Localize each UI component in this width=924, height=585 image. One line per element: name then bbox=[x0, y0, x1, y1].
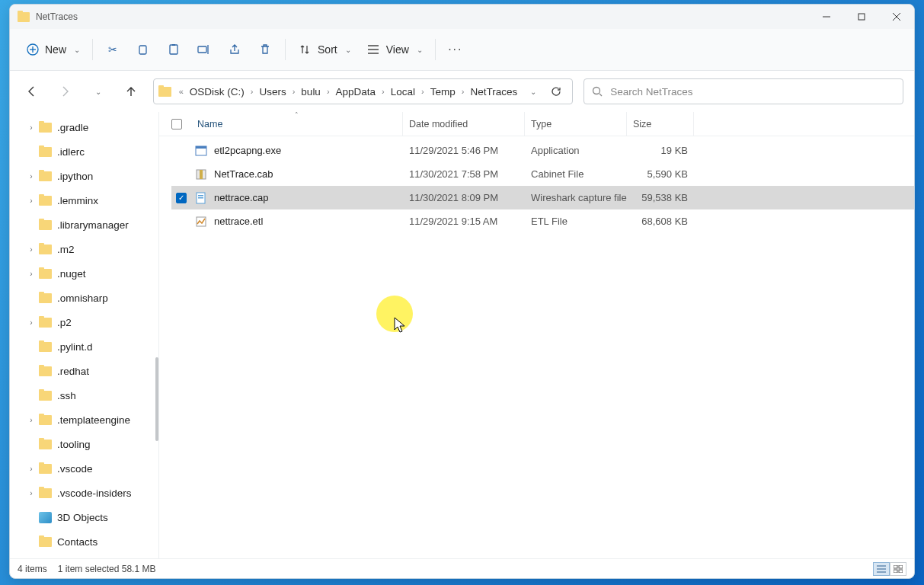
sidebar-item[interactable]: ›.ipython bbox=[10, 164, 158, 188]
new-button[interactable]: New ⌄ bbox=[19, 36, 88, 63]
maximize-button[interactable] bbox=[844, 5, 879, 29]
folder-icon bbox=[39, 123, 52, 133]
file-row[interactable]: nettrace.etl11/29/2021 9:15 AMETL File68… bbox=[171, 209, 914, 233]
column-date[interactable]: Date modified bbox=[403, 112, 525, 136]
expand-icon[interactable]: › bbox=[24, 465, 39, 473]
svg-rect-7 bbox=[139, 46, 146, 54]
up-button[interactable] bbox=[120, 79, 142, 104]
breadcrumb-item[interactable]: bulu bbox=[296, 86, 325, 98]
expand-icon[interactable]: › bbox=[24, 123, 39, 132]
forward-button[interactable] bbox=[53, 79, 75, 104]
sidebar-item[interactable]: ›.gradle bbox=[10, 115, 158, 139]
explorer-window: NetTraces New ⌄ ✂ Sort ⌄ View ⌄ ··· bbox=[9, 4, 915, 579]
back-button[interactable] bbox=[21, 79, 43, 104]
breadcrumb-item[interactable]: NetTraces bbox=[465, 86, 522, 98]
chevron-down-icon: ⌄ bbox=[95, 88, 101, 96]
share-button[interactable] bbox=[219, 36, 250, 63]
selection-info: 1 item selected 58.1 MB bbox=[58, 564, 156, 574]
delete-button[interactable] bbox=[250, 36, 280, 63]
cab-file-icon bbox=[194, 168, 207, 181]
expand-icon[interactable]: › bbox=[24, 270, 39, 278]
copy-icon bbox=[136, 43, 150, 56]
sidebar-item[interactable]: ›.vscode-insiders bbox=[10, 481, 158, 505]
expand-icon[interactable]: › bbox=[24, 172, 39, 181]
file-date: 11/29/2021 5:46 PM bbox=[403, 145, 525, 156]
svg-rect-18 bbox=[196, 146, 206, 149]
cube-icon bbox=[39, 512, 52, 523]
scrollbar-thumb[interactable] bbox=[155, 357, 158, 441]
file-name: NetTrace.cab bbox=[214, 168, 273, 180]
folder-icon bbox=[39, 440, 52, 449]
thumbnails-view-button[interactable] bbox=[890, 562, 906, 576]
breadcrumb-item[interactable]: AppData bbox=[331, 86, 381, 98]
body: ›.gradle›.idlerc›.ipython›.lemminx›.libr… bbox=[10, 112, 914, 558]
sidebar-item[interactable]: ›.p2 bbox=[10, 310, 158, 334]
file-type: ETL File bbox=[525, 216, 627, 227]
sidebar-item[interactable]: ›.m2 bbox=[10, 237, 158, 261]
copy-button[interactable] bbox=[128, 36, 158, 63]
item-count: 4 items bbox=[18, 564, 47, 574]
sidebar-item-label: .librarymanager bbox=[57, 219, 129, 231]
details-view-button[interactable] bbox=[873, 562, 890, 576]
cut-button[interactable]: ✂ bbox=[98, 36, 128, 63]
minimize-button[interactable] bbox=[809, 5, 844, 29]
column-name[interactable]: Name˄ bbox=[191, 112, 403, 136]
rename-button[interactable] bbox=[189, 36, 219, 63]
refresh-button[interactable] bbox=[545, 80, 568, 103]
grid-icon bbox=[894, 565, 903, 573]
sidebar-item[interactable]: ›.redhat bbox=[10, 359, 158, 383]
breadcrumb-item[interactable]: Temp bbox=[426, 86, 460, 98]
chevron-down-icon: ⌄ bbox=[417, 46, 423, 54]
sidebar-item[interactable]: ›3D Objects bbox=[10, 505, 158, 529]
svg-rect-10 bbox=[198, 46, 206, 53]
sidebar-item[interactable]: ›Contacts bbox=[10, 529, 158, 554]
paste-button[interactable] bbox=[158, 36, 189, 63]
sidebar[interactable]: ›.gradle›.idlerc›.ipython›.lemminx›.libr… bbox=[10, 112, 159, 558]
svg-rect-20 bbox=[200, 170, 203, 179]
sidebar-item[interactable]: ›.ssh bbox=[10, 383, 158, 408]
file-row[interactable]: etl2pcapng.exe11/29/2021 5:46 PMApplicat… bbox=[171, 139, 914, 162]
svg-rect-30 bbox=[894, 570, 897, 573]
close-button[interactable] bbox=[879, 5, 914, 29]
sidebar-item[interactable]: ›.librarymanager bbox=[10, 213, 158, 237]
svg-rect-31 bbox=[899, 570, 903, 573]
view-button[interactable]: View ⌄ bbox=[359, 36, 430, 63]
sidebar-item[interactable]: ›.vscode bbox=[10, 456, 158, 481]
file-row[interactable]: NetTrace.cab11/30/2021 7:58 PMCabinet Fi… bbox=[171, 162, 914, 186]
folder-icon bbox=[39, 147, 52, 157]
breadcrumb-item[interactable]: Local bbox=[386, 86, 420, 98]
sidebar-item[interactable]: ›.omnisharp bbox=[10, 286, 158, 310]
sidebar-item[interactable]: ›.tooling bbox=[10, 432, 158, 456]
expand-icon[interactable]: › bbox=[24, 197, 39, 205]
file-row[interactable]: ✓nettrace.cap11/30/2021 8:09 PMWireshark… bbox=[171, 186, 914, 209]
search-box[interactable] bbox=[583, 78, 903, 104]
sidebar-item[interactable]: ›.idlerc bbox=[10, 139, 158, 164]
file-list[interactable]: etl2pcapng.exe11/29/2021 5:46 PMApplicat… bbox=[159, 136, 914, 558]
sort-button[interactable]: Sort ⌄ bbox=[290, 36, 359, 63]
expand-icon[interactable]: › bbox=[24, 489, 39, 497]
recent-button[interactable]: ⌄ bbox=[87, 79, 109, 104]
view-label: View bbox=[386, 43, 409, 56]
more-button[interactable]: ··· bbox=[440, 36, 471, 63]
expand-icon[interactable]: › bbox=[24, 245, 39, 254]
content-pane: Name˄ Date modified Type Size etl2pcapng… bbox=[159, 112, 914, 558]
sidebar-item[interactable]: ›.templateengine bbox=[10, 408, 158, 432]
breadcrumb-item[interactable]: Users bbox=[254, 86, 290, 98]
column-size[interactable]: Size bbox=[627, 112, 694, 136]
expand-icon[interactable]: › bbox=[24, 318, 39, 327]
breadcrumb-item[interactable]: OSDisk (C:) bbox=[185, 86, 249, 98]
select-all-checkbox[interactable] bbox=[171, 119, 182, 129]
file-checkbox[interactable]: ✓ bbox=[176, 193, 187, 203]
address-bar[interactable]: « OSDisk (C:)› Users› bulu› AppData› Loc… bbox=[153, 78, 574, 104]
folder-icon bbox=[39, 171, 52, 181]
file-name: etl2pcapng.exe bbox=[214, 145, 281, 156]
column-type[interactable]: Type bbox=[525, 112, 627, 136]
sidebar-item[interactable]: ›.pylint.d bbox=[10, 334, 158, 359]
expand-icon[interactable]: › bbox=[24, 416, 39, 424]
sidebar-item-label: .redhat bbox=[57, 366, 89, 377]
search-input[interactable] bbox=[610, 86, 895, 98]
folder-icon bbox=[39, 269, 52, 279]
address-dropdown[interactable]: ⌄ bbox=[522, 80, 545, 103]
sidebar-item[interactable]: ›.nuget bbox=[10, 261, 158, 286]
sidebar-item[interactable]: ›.lemminx bbox=[10, 188, 158, 213]
